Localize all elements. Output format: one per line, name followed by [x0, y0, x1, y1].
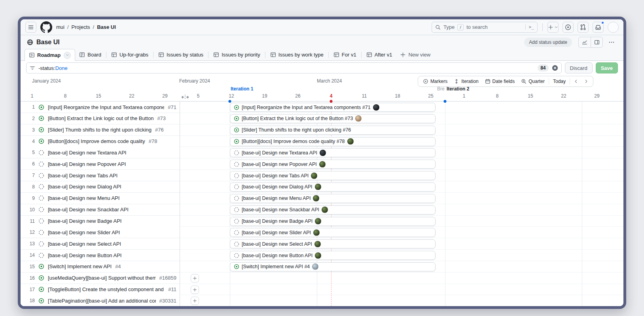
- timeline-bar[interactable]: [base-ui] Design new Button API: [230, 251, 436, 260]
- create-new-button[interactable]: [547, 22, 559, 33]
- tab-divider: [106, 52, 106, 58]
- bar-task-title: [base-ui] Design new Tabs API: [242, 173, 309, 179]
- search-input[interactable]: Type / to search >_: [432, 22, 538, 33]
- project-menu-button[interactable]: [606, 37, 617, 48]
- timeline-bar[interactable]: [base-ui] Design new Dialog API: [230, 182, 436, 192]
- issue-open-icon: [234, 139, 239, 144]
- task-row[interactable]: 3[Slider] Thumb shifts to the right upon…: [21, 124, 180, 136]
- timeline-bar[interactable]: [Switch] Implement new API #4: [230, 262, 436, 271]
- draft-icon: [234, 218, 239, 224]
- user-avatar[interactable]: [608, 22, 619, 33]
- toolbar-item-markers[interactable]: Markers: [420, 77, 450, 86]
- week-tick: 19: [262, 93, 267, 99]
- assignee-avatar: [315, 252, 321, 259]
- filter-input[interactable]: -status:Done 84: [26, 62, 562, 73]
- add-dates-button[interactable]: [191, 274, 199, 282]
- task-row[interactable]: 10[base-ui] Design new Snackbar API: [21, 204, 180, 216]
- issue-number: #16859: [159, 275, 176, 281]
- tab-options-button[interactable]: [64, 52, 71, 59]
- tab-new-view[interactable]: New view: [396, 49, 434, 60]
- timeline-bar[interactable]: [base-ui] Design new Select API: [230, 239, 436, 248]
- draft-icon: [234, 241, 239, 247]
- tab-board[interactable]: Board: [75, 49, 105, 60]
- tab-issues-by-work-type[interactable]: Issues by work type: [266, 49, 328, 60]
- today-button[interactable]: Today: [551, 77, 568, 86]
- marker-icon: [423, 79, 428, 84]
- tab-issues-by-priority[interactable]: Issues by priority: [209, 49, 264, 60]
- discard-button[interactable]: Discard: [565, 62, 593, 73]
- pull-requests-button[interactable]: [578, 22, 589, 33]
- task-row[interactable]: 4[Button][docs] Improve demos code quali…: [21, 136, 180, 147]
- task-row[interactable]: 11[base-ui] Design new Badge API: [21, 216, 180, 227]
- tab-up-for-grabs[interactable]: Up-for-grabs: [107, 49, 152, 60]
- timeline-bar[interactable]: [base-ui] Design new Popover API: [230, 160, 436, 169]
- issues-button[interactable]: [563, 22, 574, 33]
- row-number: 2: [26, 116, 35, 121]
- hamburger-menu-button[interactable]: [25, 22, 36, 33]
- insights-button[interactable]: [579, 37, 591, 47]
- issue-opened-icon: [565, 24, 571, 30]
- tab-after-v1[interactable]: After v1: [362, 49, 396, 60]
- assignee-avatar: [319, 161, 326, 167]
- breadcrumb-item-mui[interactable]: mui: [56, 24, 64, 30]
- prev-page-button[interactable]: [572, 77, 580, 86]
- task-row[interactable]: 7[base-ui] Design new Tabs API: [21, 170, 180, 181]
- task-row[interactable]: 6[base-ui] Design new Popover API: [21, 158, 180, 170]
- row-number: 6: [26, 161, 35, 167]
- tab-for-v1[interactable]: For v1: [330, 49, 360, 60]
- assignee-avatar: [347, 138, 354, 145]
- task-row[interactable]: 2[Button] Extract the Link logic out of …: [21, 113, 180, 124]
- task-row[interactable]: 5[base-ui] Design new Textarea API: [21, 147, 180, 158]
- breadcrumb-item-projects[interactable]: Projects: [72, 24, 90, 30]
- timeline-bar[interactable]: [base-ui] Design new Tabs API: [230, 171, 436, 180]
- task-row[interactable]: 9[base-ui] Design new Menu API: [21, 193, 180, 204]
- task-row[interactable]: 1[Input] Reorganize the Input and Textar…: [21, 102, 180, 113]
- timeline-bar[interactable]: [Slider] Thumb shifts to the right upon …: [230, 126, 436, 135]
- row-separator: [180, 284, 623, 284]
- task-row[interactable]: 8[base-ui] Design new Dialog API: [21, 181, 180, 193]
- timeline-bar[interactable]: [base-ui] Design new Slider API: [230, 228, 436, 237]
- clear-filter-button[interactable]: [552, 65, 558, 71]
- breadcrumb-item-base-ui[interactable]: Base UI: [97, 24, 116, 30]
- command-palette-icon[interactable]: >_: [525, 24, 534, 30]
- add-dates-button[interactable]: [191, 286, 199, 294]
- task-row[interactable]: 13[base-ui] Design new Select API: [21, 238, 180, 250]
- tab-roadmap[interactable]: Roadmap: [25, 49, 75, 61]
- week-tick: 12: [229, 93, 234, 99]
- github-logo[interactable]: [40, 21, 52, 33]
- toolbar-item-quarter[interactable]: Quarter: [519, 77, 547, 86]
- task-row[interactable]: 18[TablePagination][base-ui] Add an addi…: [21, 295, 180, 306]
- roadmap-icon: [29, 52, 35, 58]
- filter-query-value: Done: [55, 65, 68, 71]
- timeline-bar[interactable]: [base-ui] Design new Menu API: [230, 194, 436, 203]
- task-title: [base-ui] Design new Badge API: [48, 218, 121, 224]
- next-page-button[interactable]: [582, 77, 591, 86]
- task-row[interactable]: 16[useMediaQuery][base-ui] Support witho…: [21, 273, 180, 284]
- panel-resize-handle[interactable]: [181, 93, 189, 102]
- side-panel-button[interactable]: [591, 37, 602, 47]
- toolbar-item-label: Iteration: [461, 79, 478, 84]
- timeline-bar[interactable]: [Input] Reorganize the Input and Textare…: [230, 103, 436, 112]
- task-row[interactable]: 12[base-ui] Design new Slider API: [21, 227, 180, 238]
- timeline-bar[interactable]: [Button][docs] Improve demos code qualit…: [230, 137, 436, 146]
- save-button[interactable]: Save: [596, 62, 618, 73]
- task-row[interactable]: 17[ToggleButton] Create the unstyled com…: [21, 284, 180, 295]
- iteration-icon: [454, 79, 459, 84]
- timeline-bar[interactable]: [base-ui] Design new Snackbar API: [230, 205, 436, 214]
- week-tick: 5: [197, 93, 200, 99]
- inbox-button[interactable]: [593, 22, 604, 33]
- add-status-update-button[interactable]: Add status update: [524, 38, 572, 47]
- task-row[interactable]: 14[base-ui] Design new Button API: [21, 250, 180, 261]
- draft-icon: [234, 196, 239, 201]
- timeline-bar[interactable]: [base-ui] Design new Badge API: [230, 217, 436, 226]
- toolbar-item-iteration[interactable]: Iteration: [451, 77, 481, 86]
- task-row[interactable]: 15[Switch] Implement new API#4: [21, 261, 180, 273]
- tab-issues-by-status[interactable]: Issues by status: [154, 49, 207, 60]
- timeline-bar[interactable]: [Button] Extract the Link logic out of t…: [230, 114, 436, 123]
- today-marker-dot: [330, 100, 333, 103]
- timeline-bar[interactable]: [base-ui] Design new Textarea API: [230, 148, 436, 157]
- toolbar-item-date-fields[interactable]: Date fields: [483, 77, 517, 86]
- app-header: mui/Projects/Base UI Type / to search >_: [21, 19, 623, 35]
- add-dates-button[interactable]: [191, 297, 199, 305]
- row-number: 14: [26, 252, 35, 258]
